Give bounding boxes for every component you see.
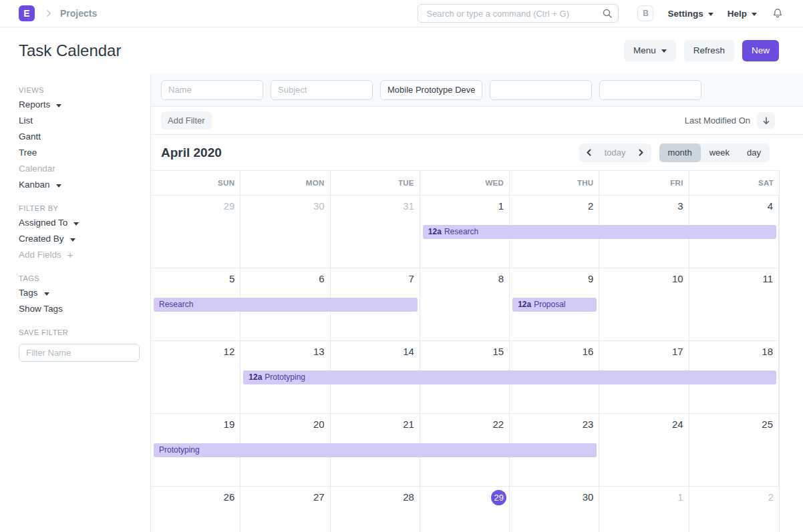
sidebar-item-gantt[interactable]: Gantt [19, 129, 140, 145]
day-cell[interactable]: 25 [689, 414, 779, 486]
day-cell[interactable]: 26 [151, 487, 240, 532]
chevron-left-icon [585, 148, 593, 157]
breadcrumb[interactable]: Projects [60, 8, 97, 19]
day-header-row: SUNMONTUEWEDTHUFRISAT [151, 171, 779, 196]
filter-input-3[interactable] [490, 80, 592, 100]
refresh-button[interactable]: Refresh [684, 40, 734, 61]
day-cell[interactable]: 28 [331, 487, 420, 532]
bell-icon[interactable] [772, 8, 783, 19]
filter-name-input[interactable] [19, 344, 140, 362]
chevron-right-icon [44, 9, 53, 18]
calendar-header: April 2020 today monthweekday [151, 135, 803, 170]
day-header-mon: MON [240, 171, 330, 195]
filter-input-name[interactable] [161, 80, 263, 100]
new-button[interactable]: New [742, 40, 779, 61]
day-cell[interactable]: 30 [240, 196, 330, 268]
sidebar-item-kanban[interactable]: Kanban [19, 177, 140, 193]
event-time: 12a [249, 372, 262, 382]
chevron-down-icon [708, 13, 713, 16]
sidebar-item-label: Kanban [19, 180, 50, 190]
calendar-title: April 2020 [161, 146, 222, 160]
sidebar-section-heading: VIEWS [19, 86, 140, 94]
sidebar-item-assigned-to[interactable]: Assigned To [19, 215, 140, 231]
sidebar: VIEWSReportsListGanttTreeCalendarKanbanF… [0, 73, 151, 532]
calendar-nav-group: today [579, 144, 651, 162]
sidebar-item-calendar[interactable]: Calendar [19, 161, 140, 177]
day-cell[interactable]: 27 [240, 487, 330, 532]
sidebar-item-label: List [19, 116, 33, 125]
day-cell[interactable]: 29 [420, 487, 510, 532]
help-menu[interactable]: Help [728, 9, 757, 19]
filter-input-4[interactable] [599, 80, 701, 100]
sidebar-item-tags[interactable]: Tags [19, 285, 140, 301]
help-label: Help [728, 9, 747, 19]
sidebar-section-heading: SAVE FILTER [19, 328, 140, 336]
chevron-down-icon [56, 104, 61, 107]
sidebar-item-label: Show Tags [19, 304, 63, 314]
settings-menu[interactable]: Settings [667, 9, 713, 19]
add-filter-button[interactable]: Add Filter [161, 111, 212, 129]
prev-month-button[interactable] [581, 144, 598, 162]
event-time: 12a [518, 300, 531, 309]
day-header-tue: TUE [331, 171, 420, 195]
week-row: 293031123412aResearch [151, 196, 779, 268]
chevron-down-icon [56, 184, 61, 188]
next-month-button[interactable] [633, 144, 650, 162]
day-cell[interactable]: 1 [599, 487, 689, 532]
day-cell[interactable]: 24 [599, 414, 689, 486]
chevron-right-icon [637, 148, 645, 157]
calendar-grid: SUNMONTUEWEDTHUFRISAT 293031123412aResea… [151, 170, 780, 532]
app-logo[interactable]: E [19, 5, 35, 21]
day-cell[interactable]: 11 [689, 268, 779, 340]
sidebar-item-label: Tree [19, 148, 37, 158]
chevron-down-icon [752, 13, 757, 16]
sidebar-item-reports[interactable]: Reports [19, 97, 140, 113]
view-button-month[interactable]: month [659, 144, 701, 162]
sidebar-section-heading: TAGS [19, 274, 140, 282]
day-header-wed: WED [420, 171, 510, 195]
search-input[interactable] [418, 4, 619, 23]
sort-field-label[interactable]: Last Modified On [685, 115, 750, 125]
day-cell[interactable]: 31 [331, 196, 420, 268]
day-cell[interactable]: 30 [510, 487, 599, 532]
today-button[interactable]: today [598, 148, 633, 158]
page-header: Task Calendar Menu Refresh New [0, 27, 803, 73]
day-cell[interactable]: 10 [599, 268, 689, 340]
plus-icon: + [67, 250, 73, 260]
day-cell[interactable]: 29 [151, 196, 240, 268]
menu-button[interactable]: Menu [624, 40, 676, 61]
chevron-down-icon [661, 49, 667, 53]
calendar-event[interactable]: 12aPrototyping [243, 370, 776, 384]
day-cell[interactable]: 2 [689, 487, 779, 532]
day-header-sat: SAT [689, 171, 779, 195]
sidebar-item-add-fields[interactable]: Add Fields+ [19, 247, 140, 263]
page-actions: Menu Refresh New [624, 40, 779, 61]
sidebar-item-created-by[interactable]: Created By [19, 231, 140, 247]
global-search [418, 4, 619, 23]
filter-input-2[interactable] [380, 80, 482, 100]
view-button-week[interactable]: week [701, 144, 738, 162]
day-cell[interactable]: 8 [420, 268, 510, 340]
sort-direction-button[interactable] [757, 112, 775, 129]
filter-input-subject[interactable] [271, 80, 373, 100]
menu-label: Menu [633, 45, 656, 55]
sidebar-item-list[interactable]: List [19, 113, 140, 129]
content-layout: VIEWSReportsListGanttTreeCalendarKanbanF… [0, 73, 803, 532]
calendar-event[interactable]: 12aProposal [512, 298, 597, 312]
filter-bar [151, 73, 803, 107]
sidebar-item-tree[interactable]: Tree [19, 145, 140, 161]
sidebar-item-label: Created By [19, 234, 64, 244]
sidebar-item-label: Gantt [19, 132, 41, 142]
day-header-fri: FRI [599, 171, 689, 195]
toolbar: Add Filter Last Modified On [151, 107, 803, 135]
calendar-grid-weeks: 293031123412aResearch567891011Research12… [151, 196, 779, 532]
avatar[interactable]: B [637, 5, 653, 21]
calendar-event[interactable]: Research [154, 298, 418, 312]
calendar-event[interactable]: 12aResearch [423, 225, 776, 239]
calendar-event[interactable]: Prototyping [154, 443, 597, 457]
day-cell[interactable]: 12 [151, 341, 240, 413]
sidebar-item-show-tags[interactable]: Show Tags [19, 301, 140, 317]
view-button-day[interactable]: day [738, 144, 770, 162]
chevron-down-icon [44, 292, 49, 296]
sidebar-item-label: Assigned To [19, 218, 67, 228]
